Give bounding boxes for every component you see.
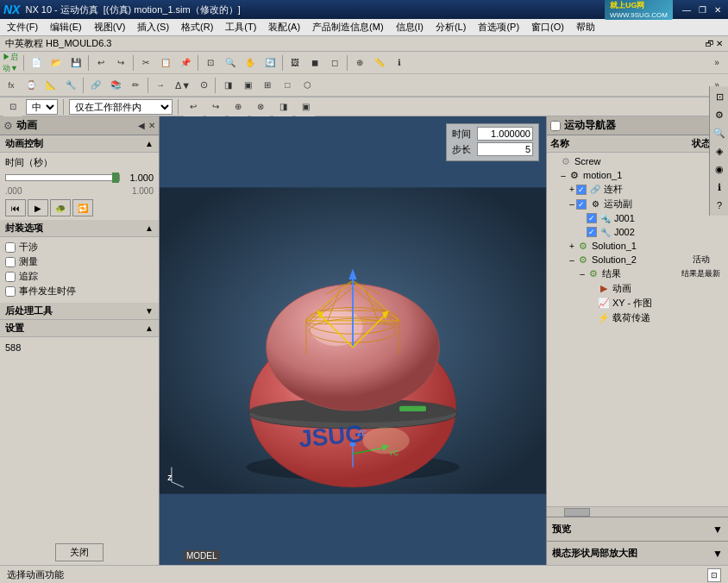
- menu-mfg[interactable]: 产品制造信息(M): [307, 20, 389, 34]
- right-icon-5[interactable]: ◉: [711, 160, 728, 178]
- shading-btn[interactable]: ◼: [305, 53, 324, 72]
- menu-tools[interactable]: 工具(T): [220, 20, 261, 34]
- menu-preferences[interactable]: 首选项(P): [473, 20, 524, 34]
- right-icon-3[interactable]: 🔍: [711, 124, 728, 141]
- undo-btn[interactable]: ↩: [91, 53, 110, 72]
- minimize-button[interactable]: —: [680, 3, 693, 16]
- redo-btn[interactable]: ↪: [111, 53, 130, 72]
- tb2-snap2[interactable]: ⊙: [196, 76, 212, 95]
- menu-format[interactable]: 格式(R): [176, 20, 218, 34]
- anim-icon-btn[interactable]: 🐢: [50, 199, 71, 216]
- filter-icon[interactable]: ⊡: [3, 97, 22, 116]
- tree-item-screw[interactable]: ⚙ Screw: [547, 154, 728, 168]
- zoom-in-btn[interactable]: 🔍: [221, 53, 240, 72]
- tb2-arrow[interactable]: →: [151, 76, 170, 95]
- rotate-btn[interactable]: 🔄: [260, 53, 279, 72]
- nav-check[interactable]: [550, 121, 561, 131]
- tree-item-j001[interactable]: ✓ 🔩 J001: [547, 211, 728, 225]
- menu-view[interactable]: 视图(V): [89, 20, 131, 34]
- right-icon-6[interactable]: ℹ: [711, 179, 728, 196]
- right-icon-7[interactable]: ?: [711, 197, 728, 214]
- right-icon-1[interactable]: ⊡: [711, 88, 728, 105]
- tree-item-sol2[interactable]: – ⚙ Solution_2 活动: [547, 253, 728, 266]
- restore-button[interactable]: ❐: [695, 3, 709, 16]
- tb2-box[interactable]: □: [278, 76, 297, 95]
- filter-btn3[interactable]: ⊕: [229, 97, 248, 116]
- snap-btn[interactable]: ⊕: [350, 53, 369, 72]
- tree-item-xy[interactable]: 📈 XY - 作图: [547, 296, 728, 310]
- menu-analysis[interactable]: 分析(L): [430, 20, 471, 34]
- time-slider[interactable]: [5, 174, 120, 181]
- filter-btn6[interactable]: ▣: [296, 97, 315, 116]
- tb2-layer[interactable]: 📚: [106, 76, 125, 95]
- viewport[interactable]: JSUG ZC YC Z 时间 步长 MODEL: [160, 116, 547, 565]
- cb-measure-input[interactable]: [5, 257, 16, 267]
- left-panel-close[interactable]: ✕: [148, 121, 155, 130]
- pkg-header[interactable]: 封装选项 ▲: [0, 220, 159, 237]
- expand-joint[interactable]: –: [568, 199, 576, 209]
- tb2-snap[interactable]: 🔗: [86, 76, 105, 95]
- sub-restore-btn[interactable]: 🗗: [706, 39, 714, 48]
- close-panel-button[interactable]: 关闭: [55, 543, 104, 561]
- close-button[interactable]: ✕: [711, 3, 725, 16]
- preview-expand-icon[interactable]: ▼: [712, 523, 723, 536]
- menu-file[interactable]: 文件(F): [2, 20, 43, 34]
- expand-result[interactable]: –: [578, 269, 587, 279]
- info-btn[interactable]: ℹ: [390, 53, 409, 72]
- tb2-btn2[interactable]: ⌚: [22, 76, 41, 95]
- expand-sol1[interactable]: +: [568, 241, 576, 251]
- tree-item-link[interactable]: + ✓ 🔗 连杆: [547, 182, 728, 197]
- tb2-view3[interactable]: ⊞: [258, 76, 277, 95]
- menu-assembly[interactable]: 装配(A): [263, 20, 305, 34]
- step-field-input[interactable]: [477, 142, 533, 156]
- measure-btn[interactable]: 📏: [370, 53, 389, 72]
- nav-scroll-thumb[interactable]: [564, 508, 590, 517]
- loop-btn[interactable]: 🔁: [72, 199, 93, 216]
- tb2-view1[interactable]: ◨: [218, 76, 237, 95]
- cb-event-input[interactable]: [5, 286, 16, 297]
- preview-section[interactable]: 预览 ▼: [547, 517, 728, 541]
- j002-check-icon[interactable]: ✓: [587, 227, 597, 237]
- tb2-edit[interactable]: ✏: [126, 76, 145, 95]
- menu-info[interactable]: 信息(I): [391, 20, 429, 34]
- tb2-delta[interactable]: Δ▼: [171, 76, 195, 95]
- left-panel-collapse[interactable]: ◀: [138, 121, 145, 130]
- mode-select[interactable]: 中: [26, 99, 58, 115]
- tree-item-animation[interactable]: ▶ 动画: [547, 281, 728, 296]
- settings-collapse[interactable]: ▲: [145, 323, 154, 333]
- menu-insert[interactable]: 插入(S): [132, 20, 174, 34]
- right-icon-4[interactable]: ◈: [711, 142, 728, 160]
- status-icon[interactable]: ⊡: [707, 568, 721, 582]
- play-btn[interactable]: ▶: [28, 199, 48, 216]
- menu-edit[interactable]: 编辑(E): [45, 20, 87, 34]
- time-field-input[interactable]: [477, 127, 533, 141]
- cb-interference-input[interactable]: [5, 242, 16, 253]
- anim-control-collapse[interactable]: ▲: [145, 139, 154, 148]
- pkg-collapse[interactable]: ▲: [145, 223, 154, 233]
- tb2-3d[interactable]: ⬡: [298, 76, 317, 95]
- nav-scrollbar[interactable]: [547, 506, 728, 517]
- post-tools-collapse[interactable]: ▼: [145, 306, 154, 316]
- expand-sol2[interactable]: –: [568, 255, 576, 265]
- link-check-icon[interactable]: ✓: [576, 185, 587, 195]
- filter-btn5[interactable]: ◨: [273, 97, 292, 116]
- slider-thumb[interactable]: [112, 172, 119, 183]
- tree-item-sol1[interactable]: + ⚙ Solution_1: [547, 239, 728, 253]
- scope-select[interactable]: 仅在工作部件内: [69, 99, 173, 115]
- tb2-btn3[interactable]: 📐: [41, 76, 60, 95]
- pan-btn[interactable]: ✋: [241, 53, 260, 72]
- start-button[interactable]: ▶启动▼: [2, 53, 21, 72]
- zoom-fit-btn[interactable]: ⊡: [201, 53, 220, 72]
- expand-motion1[interactable]: –: [559, 171, 568, 180]
- wire-btn[interactable]: ◻: [325, 53, 344, 72]
- magnify-expand-icon[interactable]: ▼: [712, 548, 723, 560]
- filter-btn2[interactable]: ↪: [206, 97, 225, 116]
- filter-btn1[interactable]: ↩: [184, 97, 203, 116]
- tb2-view2[interactable]: ▣: [238, 76, 257, 95]
- tree-item-motion1[interactable]: – ⚙ motion_1: [547, 168, 728, 182]
- post-tools-header[interactable]: 后处理工具 ▼: [0, 303, 159, 320]
- anim-control-header[interactable]: 动画控制 ▲: [0, 135, 159, 153]
- tb2-btn4[interactable]: 🔧: [61, 76, 80, 95]
- expand-link[interactable]: +: [568, 185, 576, 194]
- filter-btn4[interactable]: ⊗: [251, 97, 270, 116]
